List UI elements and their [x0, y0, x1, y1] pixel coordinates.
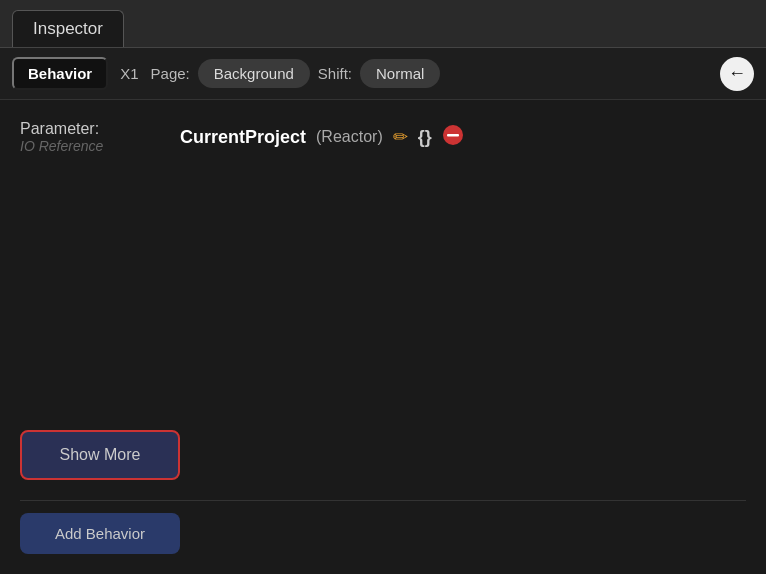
main-content: Parameter: IO Reference CurrentProject (…: [0, 100, 766, 574]
inspector-tab[interactable]: Inspector: [12, 10, 124, 47]
x1-tab[interactable]: X1: [116, 59, 142, 88]
svg-rect-1: [447, 134, 459, 137]
add-behavior-button[interactable]: Add Behavior: [20, 513, 180, 554]
toolbar: Behavior X1 Page: Background Shift: Norm…: [0, 48, 766, 100]
back-icon: ←: [728, 63, 746, 84]
shift-label: Shift:: [318, 65, 352, 82]
back-button[interactable]: ←: [720, 57, 754, 91]
page-label: Page:: [151, 65, 190, 82]
inspector-tab-label: Inspector: [33, 19, 103, 38]
edit-icon[interactable]: ✏: [393, 126, 408, 148]
add-behavior-area: Add Behavior: [20, 513, 746, 554]
parameter-value: CurrentProject (Reactor) ✏ {}: [180, 124, 464, 150]
title-bar: Inspector: [0, 0, 766, 48]
parameter-title: Parameter:: [20, 120, 180, 138]
parameter-label-group: Parameter: IO Reference: [20, 120, 180, 154]
divider: [20, 500, 746, 501]
remove-svg-icon: [442, 124, 464, 146]
braces-icon[interactable]: {}: [418, 127, 432, 148]
param-type: (Reactor): [316, 128, 383, 146]
background-button[interactable]: Background: [198, 59, 310, 88]
show-more-button[interactable]: Show More: [20, 430, 180, 480]
behavior-tab[interactable]: Behavior: [12, 57, 108, 90]
remove-icon[interactable]: [442, 124, 464, 150]
param-name: CurrentProject: [180, 127, 306, 148]
normal-button[interactable]: Normal: [360, 59, 440, 88]
show-more-area: Show More: [20, 430, 746, 480]
parameter-row: Parameter: IO Reference CurrentProject (…: [20, 120, 746, 154]
parameter-subtitle: IO Reference: [20, 138, 180, 154]
